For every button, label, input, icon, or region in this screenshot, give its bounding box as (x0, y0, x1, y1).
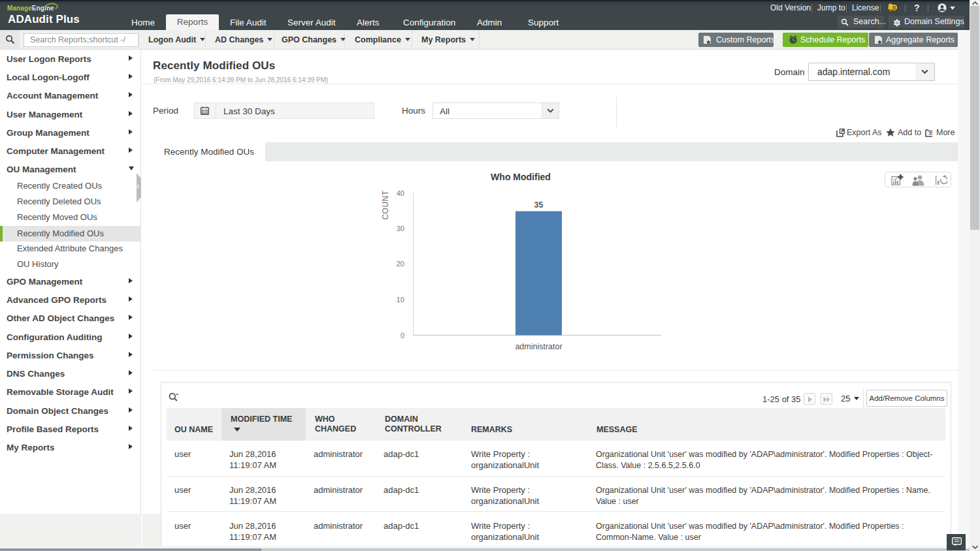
svg-text:0: 0 (400, 332, 404, 339)
svg-text:10: 10 (397, 296, 404, 304)
svg-text:0: 0 (892, 5, 896, 11)
svg-text:20: 20 (397, 260, 404, 268)
svg-text:administrator: administrator (515, 342, 562, 351)
svg-text:35: 35 (534, 200, 544, 210)
svg-text:COUNT: COUNT (381, 190, 390, 219)
svg-text:30: 30 (397, 225, 404, 232)
svg-text:40: 40 (397, 189, 404, 197)
